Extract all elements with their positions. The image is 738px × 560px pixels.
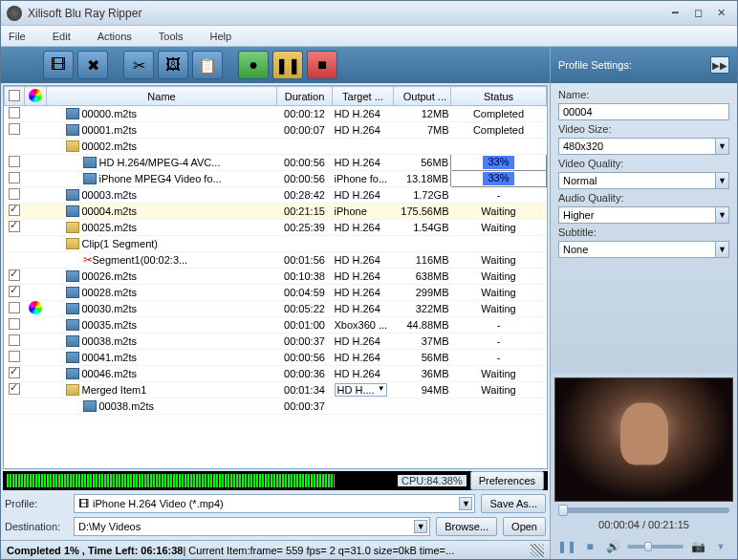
expand-button[interactable]: ▶▶ — [710, 56, 729, 74]
preview-player[interactable] — [554, 377, 733, 502]
minimize-button[interactable]: ━ — [664, 6, 685, 21]
table-row[interactable]: 00041.m2ts00:00:56HD H.26456MB- — [5, 350, 547, 366]
table-row[interactable]: Clip(1 Segment) — [5, 236, 547, 252]
table-row[interactable]: 00038.m2ts00:00:37HD H.26437MB- — [5, 334, 547, 350]
start-button[interactable]: ● — [238, 51, 269, 79]
target-cell: HD H.264 — [333, 269, 394, 285]
table-row[interactable]: 00026.m2ts00:10:38HD H.264638MBWaiting — [5, 269, 547, 285]
seek-slider[interactable] — [558, 507, 729, 513]
col-duration[interactable]: Duration — [277, 87, 333, 106]
effects-button[interactable]: 🖼 — [158, 51, 188, 79]
close-button[interactable]: ✕ — [710, 6, 731, 21]
row-checkbox[interactable] — [9, 107, 20, 118]
row-checkbox[interactable] — [9, 205, 20, 216]
table-row[interactable]: 00035.m2ts00:01:00Xbox360 ...44.88MB- — [5, 317, 547, 334]
table-row[interactable]: 00002.m2ts — [5, 139, 547, 155]
save-as-button[interactable]: Save As... — [481, 494, 546, 513]
menu-tools[interactable]: Tools — [159, 31, 184, 42]
folder-icon — [66, 140, 79, 152]
target-dropdown[interactable]: HD H....▼ — [335, 383, 387, 397]
menu-help[interactable]: Help — [209, 31, 231, 42]
row-checkbox[interactable] — [9, 351, 20, 362]
target-cell: HD H.264 — [333, 155, 394, 171]
duration-cell: 00:00:37 — [277, 398, 333, 415]
table-row[interactable]: HD H.264/MPEG-4 AVC...00:00:56HD H.26456… — [5, 155, 547, 171]
col-status[interactable]: Status — [451, 87, 547, 106]
volume-icon[interactable]: 🔊 — [604, 538, 621, 555]
row-checkbox[interactable] — [9, 286, 20, 297]
table-row[interactable]: Merged Item100:01:34HD H....▼94MBWaiting — [5, 382, 547, 398]
chevron-down-icon[interactable]: ▼ — [712, 538, 729, 555]
name-input[interactable] — [558, 103, 729, 120]
file-name: Merged Item1 — [82, 384, 147, 396]
add-profile-button[interactable]: 📋 — [192, 51, 223, 79]
cut-button[interactable]: ✂ — [123, 51, 154, 79]
file-name: iPhone MPEG4 Video fo... — [99, 173, 222, 184]
row-checkbox[interactable] — [9, 172, 20, 183]
table-row[interactable]: 00038.m2ts00:00:37 — [5, 398, 547, 415]
video-file-icon — [66, 368, 79, 379]
output-cell: 37MB — [394, 334, 451, 350]
video-size-select[interactable]: 480x320▼ — [558, 138, 729, 155]
row-checkbox[interactable] — [9, 318, 20, 330]
row-checkbox[interactable] — [9, 367, 20, 378]
row-checkbox[interactable] — [9, 221, 20, 232]
volume-slider[interactable] — [627, 545, 684, 549]
row-checkbox[interactable] — [9, 123, 20, 135]
target-cell: HD H....▼ — [333, 382, 394, 398]
table-row[interactable]: 00028.m2ts00:04:59HD H.264299MBWaiting — [5, 285, 547, 301]
subtitle-select[interactable]: None▼ — [558, 241, 729, 258]
table-row[interactable]: ✂Segment1(00:02:3...00:01:56HD H.264116M… — [5, 252, 547, 269]
col-checkbox[interactable] — [5, 87, 25, 106]
video-file-icon — [66, 189, 79, 201]
col-target[interactable]: Target ... — [333, 87, 394, 106]
file-table[interactable]: Name Duration Target ... Output ... Stat… — [3, 85, 548, 469]
chevron-down-icon: ▼ — [715, 207, 728, 223]
status-cell: Waiting — [451, 252, 547, 269]
status-progress: Completed 1% , Time Left: 06:16:38 — [7, 545, 183, 556]
remove-file-button[interactable]: ✖ — [77, 51, 108, 79]
maximize-button[interactable]: ◻ — [687, 6, 708, 21]
col-output[interactable]: Output ... — [394, 87, 451, 106]
pause-button[interactable]: ❚❚ — [272, 51, 303, 79]
duration-cell: 00:00:56 — [277, 350, 333, 366]
stop-button[interactable]: ■ — [307, 51, 337, 79]
table-row[interactable]: 00046.m2ts00:00:36HD H.26436MBWaiting — [5, 366, 547, 382]
status-cell: Waiting — [451, 204, 547, 220]
add-file-button[interactable]: 🎞 — [43, 51, 74, 79]
row-checkbox[interactable] — [9, 156, 20, 167]
table-row[interactable]: 00000.m2ts00:00:12HD H.26412MBCompleted — [5, 106, 547, 122]
row-checkbox[interactable] — [9, 334, 20, 346]
file-name: 00038.m2ts — [82, 335, 137, 347]
duration-cell — [277, 139, 333, 155]
table-row[interactable]: iPhone MPEG4 Video fo...00:00:56iPhone f… — [5, 171, 547, 187]
profile-select[interactable]: 🎞 iPhone H.264 Video (*.mp4) ▼ — [74, 494, 475, 513]
color-ball-icon — [29, 301, 42, 314]
status-cell — [451, 139, 547, 155]
row-checkbox[interactable] — [9, 302, 20, 313]
chevron-down-icon: ▼ — [459, 497, 472, 510]
record-icon: ● — [249, 56, 258, 74]
preferences-button[interactable]: Preferences — [470, 471, 544, 490]
player-stop-button[interactable]: ■ — [581, 538, 598, 555]
row-checkbox[interactable] — [9, 383, 20, 395]
table-row[interactable]: 00025.m2ts00:25:39HD H.2641.54GBWaiting — [5, 220, 547, 236]
table-row[interactable]: 00004.m2ts00:21:15iPhone175.56MBWaiting — [5, 204, 547, 220]
menu-actions[interactable]: Actions — [98, 31, 132, 42]
resize-grip-icon[interactable] — [531, 544, 544, 557]
snapshot-button[interactable]: 📷 — [689, 538, 706, 555]
col-name[interactable]: Name — [47, 87, 277, 106]
video-quality-select[interactable]: Normal▼ — [558, 172, 729, 189]
table-row[interactable]: 00003.m2ts00:28:42HD H.2641.72GB- — [5, 187, 547, 204]
menu-file[interactable]: File — [9, 31, 26, 42]
browse-button[interactable]: Browse... — [436, 517, 497, 536]
table-row[interactable]: 00001.m2ts00:00:07HD H.2647MBCompleted — [5, 122, 547, 139]
play-pause-button[interactable]: ❚❚ — [558, 538, 575, 555]
table-row[interactable]: 00030.m2ts00:05:22HD H.264322MBWaiting — [5, 301, 547, 317]
open-button[interactable]: Open — [503, 517, 546, 536]
row-checkbox[interactable] — [9, 269, 20, 281]
destination-input[interactable]: D:\My Videos ▼ — [74, 517, 430, 536]
audio-quality-select[interactable]: Higher▼ — [558, 206, 729, 224]
menu-edit[interactable]: Edit — [53, 31, 71, 42]
row-checkbox[interactable] — [9, 188, 20, 200]
